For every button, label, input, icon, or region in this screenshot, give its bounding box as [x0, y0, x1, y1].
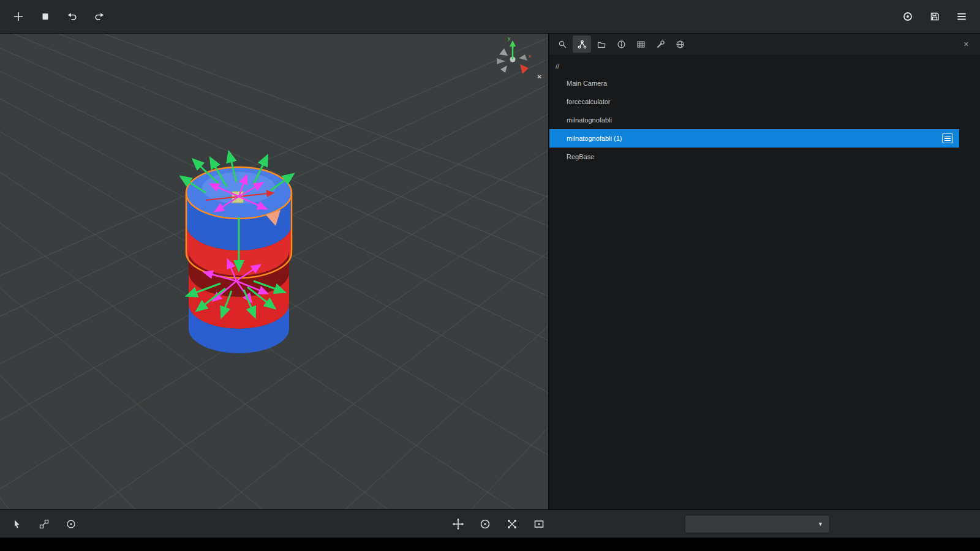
- toolbar-left-group: [7, 6, 110, 28]
- resize-tool-button[interactable]: [33, 513, 55, 535]
- magnet-object[interactable]: [0, 34, 549, 509]
- add-button[interactable]: [7, 6, 29, 28]
- hierarchy-list: // Main Camera forcecalculator milnatogn…: [549, 54, 980, 166]
- 3d-viewport[interactable]: y x ✕: [0, 34, 549, 509]
- plus-icon: [13, 11, 24, 22]
- search-icon: [558, 40, 567, 49]
- item-label: milnatognofabli (1): [567, 135, 622, 142]
- item-label: milnatognofabli: [567, 116, 612, 124]
- tab-grid[interactable]: [631, 36, 650, 53]
- hierarchy-root[interactable]: //: [549, 58, 980, 74]
- top-toolbar: [0, 0, 980, 34]
- axis-y-label: y: [508, 36, 510, 41]
- move-icon: [452, 518, 464, 530]
- hierarchy-item-selected[interactable]: milnatognofabli (1): [549, 129, 959, 148]
- save-button[interactable]: [924, 6, 946, 28]
- tab-hierarchy[interactable]: [573, 36, 591, 53]
- toolbar-right-group: [897, 6, 973, 28]
- move-tool-button[interactable]: [447, 513, 469, 535]
- item-label: forcecalculator: [567, 98, 611, 105]
- save-icon: [929, 11, 940, 22]
- undo-icon: [67, 11, 78, 22]
- orbit-icon: [66, 519, 77, 530]
- tab-info[interactable]: [612, 36, 630, 53]
- chevron-down-icon: ▼: [818, 521, 823, 527]
- stop-button[interactable]: [34, 6, 56, 28]
- stop-icon: [40, 11, 51, 22]
- grid-icon: [636, 40, 646, 49]
- axis-gizmo-icon: [491, 39, 540, 80]
- hierarchy-item-main-camera[interactable]: Main Camera: [549, 74, 980, 92]
- close-icon[interactable]: ✕: [537, 73, 542, 80]
- rotate-tool-button[interactable]: [474, 513, 496, 535]
- notification-button[interactable]: [897, 6, 919, 28]
- item-label: RegBase: [567, 153, 594, 160]
- info-icon: [617, 40, 626, 49]
- hierarchy-item-forcecalculator[interactable]: forcecalculator: [549, 92, 980, 111]
- resize-icon: [39, 519, 50, 530]
- undo-button[interactable]: [61, 6, 83, 28]
- cursor-icon: [12, 519, 23, 530]
- redo-icon: [94, 11, 105, 22]
- axis-x-label: x: [529, 53, 531, 59]
- rect-tool-button[interactable]: [528, 513, 550, 535]
- hierarchy-item-object[interactable]: milnatognofabli: [549, 111, 980, 129]
- scale-tool-button[interactable]: [501, 513, 523, 535]
- bottom-dropdown[interactable]: ▼: [685, 515, 830, 533]
- hierarchy-panel: ✕ // Main Camera forcecalculator milnato…: [549, 34, 980, 509]
- tab-world[interactable]: [671, 36, 689, 53]
- globe-icon: [676, 40, 685, 49]
- menu-button[interactable]: [951, 6, 973, 28]
- bottom-black-strip: [0, 538, 980, 551]
- orientation-gizmo[interactable]: y x ✕: [491, 39, 540, 80]
- tab-search[interactable]: [553, 36, 571, 53]
- panel-tabbar: ✕: [549, 34, 980, 54]
- transform-tools: [447, 510, 550, 538]
- item-label: Main Camera: [567, 80, 607, 87]
- notification-icon: [902, 11, 913, 22]
- redo-button[interactable]: [88, 6, 110, 28]
- wrench-icon: [656, 40, 665, 49]
- tab-tools[interactable]: [651, 36, 669, 53]
- app-window: y x ✕: [0, 0, 980, 551]
- folder-icon: [597, 40, 606, 49]
- scale-icon: [506, 518, 518, 530]
- item-menu-icon[interactable]: [942, 133, 953, 144]
- hamburger-icon: [956, 11, 967, 22]
- rect-icon: [533, 518, 545, 530]
- bottom-left-tools: [6, 510, 82, 538]
- pointer-tool-button[interactable]: [6, 513, 28, 535]
- bottom-toolbar: ▼: [0, 509, 980, 538]
- orbit-tool-button[interactable]: [60, 513, 82, 535]
- rotate-icon: [479, 518, 491, 530]
- hierarchy-icon: [578, 40, 587, 49]
- hierarchy-item-regbase[interactable]: RegBase: [549, 148, 980, 166]
- tab-files[interactable]: [592, 36, 611, 53]
- panel-close-button[interactable]: ✕: [963, 40, 969, 48]
